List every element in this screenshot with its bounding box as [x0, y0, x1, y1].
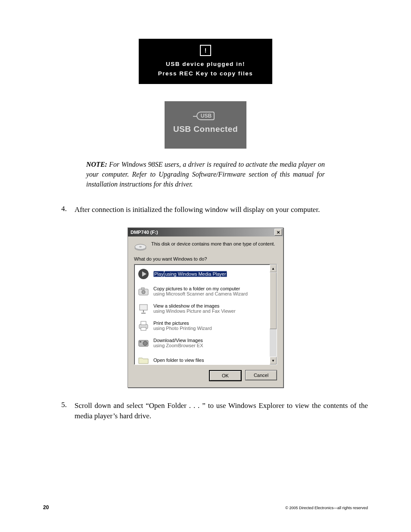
play-icon — [137, 268, 150, 280]
steps-list-2: 5. Scroll down and select “Open Folder .… — [43, 401, 368, 421]
option-slideshow[interactable]: View a slideshow of the imagesusing Wind… — [135, 300, 269, 317]
note-block: NOTE: For Windows 98SE users, a driver i… — [86, 159, 325, 190]
warning-icon: ! — [200, 45, 211, 56]
step-5-text: Scroll down and select “Open Folder . . … — [75, 401, 368, 421]
dialog-message: This disk or device contains more than o… — [151, 241, 275, 252]
option-dlview-title: Download/View Images — [153, 338, 203, 343]
option-print-sub: using Photo Printing Wizard — [153, 326, 212, 331]
option-copy-pictures[interactable]: Copy pictures to a folder on my computer… — [135, 283, 269, 300]
svg-point-2 — [139, 246, 142, 248]
dialog-top-row: This disk or device contains more than o… — [134, 241, 277, 252]
option-play[interactable]: Playusing Windows Media Player — [135, 265, 269, 283]
dialog-title: DMP740 (F:) — [131, 230, 158, 235]
usb-plugged-banner: ! USB device plugged in! Press REC Key t… — [139, 39, 272, 84]
slideshow-icon — [137, 302, 150, 315]
note-body: For Windows 98SE users, a driver is requ… — [86, 161, 325, 188]
option-copy-title: Copy pictures to a folder on my computer — [153, 286, 248, 291]
options-listbox[interactable]: Playusing Windows Media Player Copy pict… — [134, 264, 277, 365]
dialog-buttons: OK Cancel — [134, 370, 277, 381]
svg-point-6 — [142, 290, 145, 294]
option-play-title: Play — [153, 271, 164, 277]
scroll-track[interactable] — [270, 272, 277, 357]
option-play-sub: using Windows Media Player — [164, 271, 227, 277]
step-5-number: 5. — [43, 401, 75, 421]
printer-icon — [137, 319, 150, 332]
scroll-thumb[interactable] — [270, 272, 277, 329]
camera2-icon — [137, 336, 150, 349]
svg-rect-7 — [141, 288, 144, 289]
listbox-scrollbar[interactable]: ▲ ▼ — [270, 264, 277, 364]
dialog-question: What do you want Windows to do? — [134, 256, 277, 261]
dialog-body: This disk or device contains more than o… — [128, 236, 283, 387]
usb-connected-banner: USB USB Connected — [165, 101, 246, 149]
page-footer: 20 © 2005 Directed Electronics—all right… — [43, 504, 368, 510]
svg-rect-8 — [140, 305, 147, 310]
option-slideshow-title: View a slideshow of the images — [153, 303, 236, 308]
cancel-button[interactable]: Cancel — [245, 370, 277, 380]
banner2-text: USB Connected — [165, 124, 246, 134]
svg-rect-13 — [141, 327, 146, 330]
option-dlview-sub: using ZoomBrowser EX — [153, 343, 203, 348]
option-print-title: Print the pictures — [153, 320, 212, 326]
scroll-up-button[interactable]: ▲ — [270, 264, 277, 272]
copyright: © 2005 Directed Electronics—all rights r… — [285, 506, 368, 510]
scroll-down-button[interactable]: ▼ — [270, 357, 277, 364]
step-4-number: 4. — [43, 205, 75, 215]
step-4-text: After connection is initialized the foll… — [75, 205, 368, 215]
option-open-folder[interactable]: Open folder to view files — [135, 352, 269, 364]
disk-icon — [134, 242, 147, 252]
autoplay-dialog: DMP740 (F:) ✕ This disk or device contai… — [128, 227, 283, 388]
option-folder-title: Open folder to view files — [153, 358, 204, 363]
camera-icon — [137, 285, 150, 298]
dialog-titlebar[interactable]: DMP740 (F:) ✕ — [128, 228, 283, 236]
page-number: 20 — [43, 504, 49, 510]
option-slideshow-sub: using Windows Picture and Fax Viewer — [153, 308, 236, 314]
svg-rect-12 — [141, 321, 146, 325]
banner1-line1: USB device plugged in! — [139, 59, 272, 69]
svg-point-15 — [143, 341, 147, 345]
step-5: 5. Scroll down and select “Open Folder .… — [43, 401, 368, 421]
option-copy-sub: using Microsoft Scanner and Camera Wizar… — [153, 291, 248, 296]
usb-logo-icon: USB — [196, 112, 215, 120]
banner1-line2: Press REC Key to copy files — [139, 69, 272, 78]
option-print[interactable]: Print the picturesusing Photo Printing W… — [135, 317, 269, 334]
svg-rect-16 — [140, 341, 141, 342]
option-download-view[interactable]: Download/View Imagesusing ZoomBrowser EX — [135, 334, 269, 352]
options-inner: Playusing Windows Media Player Copy pict… — [134, 264, 270, 364]
step-4: 4. After connection is initialized the f… — [43, 205, 368, 215]
folder-icon — [137, 354, 150, 364]
close-button[interactable]: ✕ — [274, 229, 282, 236]
ok-button[interactable]: OK — [209, 370, 242, 381]
note-label: NOTE: — [86, 161, 107, 168]
steps-list: 4. After connection is initialized the f… — [43, 205, 368, 215]
